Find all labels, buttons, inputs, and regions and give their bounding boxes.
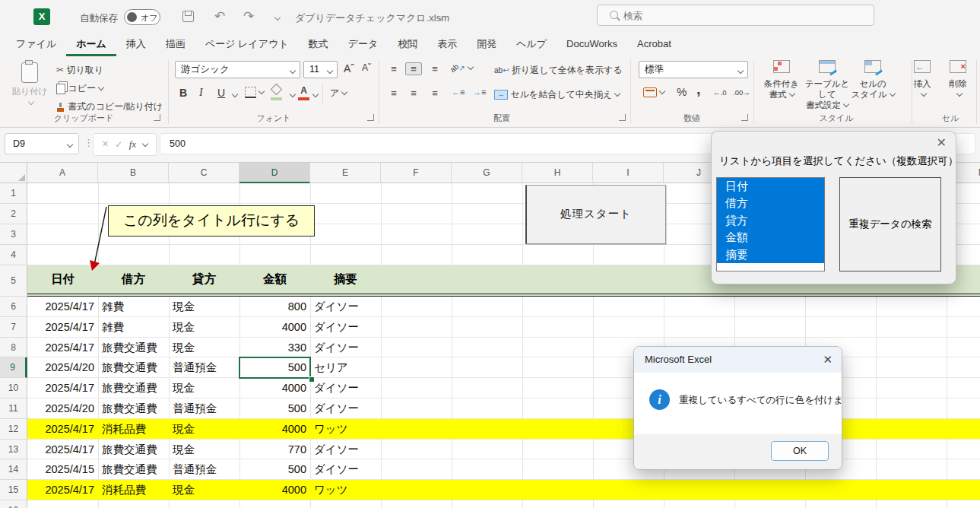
format-painter-button[interactable]: 書式のコピー/貼り付け bbox=[56, 100, 163, 113]
cell-styles-button[interactable]: セルの スタイル bbox=[850, 60, 896, 100]
underline-chevron-icon[interactable] bbox=[232, 91, 238, 97]
listbox-item-2[interactable]: 貸方 bbox=[717, 212, 824, 229]
tab-12[interactable]: Acrobat bbox=[627, 35, 681, 56]
field-listbox[interactable]: 日付借方貸方金額摘要 bbox=[716, 177, 825, 271]
number-dialog-launcher[interactable] bbox=[741, 114, 748, 121]
increase-decimal-button[interactable]: ←.0 bbox=[713, 88, 726, 97]
cell-E8[interactable]: ダイソー bbox=[310, 338, 381, 357]
cell-E11[interactable]: ダイソー bbox=[310, 398, 381, 418]
column-header-H[interactable]: H bbox=[522, 163, 593, 183]
align-left-button[interactable]: ≡ bbox=[386, 87, 401, 99]
macro-start-button[interactable]: 処理スタート bbox=[525, 185, 666, 244]
tab-8[interactable]: 表示 bbox=[427, 35, 467, 56]
paste-button[interactable]: 貼り付け bbox=[11, 61, 49, 108]
cell-D13[interactable]: 770 bbox=[239, 440, 310, 459]
row-header-4[interactable]: 4 bbox=[0, 245, 27, 265]
align-bottom-button[interactable]: ≡ bbox=[427, 63, 442, 75]
cell-B12[interactable]: 消耗品費 bbox=[98, 419, 169, 439]
tab-3[interactable]: 描画 bbox=[156, 35, 195, 56]
column-header-I[interactable]: I bbox=[593, 163, 664, 183]
row-header-2[interactable]: 2 bbox=[0, 204, 27, 224]
tab-7[interactable]: 校閲 bbox=[388, 35, 427, 56]
font-color-chevron-icon[interactable] bbox=[312, 91, 319, 97]
column-header-E[interactable]: E bbox=[310, 163, 381, 183]
underline-button[interactable]: U bbox=[217, 87, 225, 99]
phonetic-button[interactable]: ア bbox=[330, 87, 347, 100]
tab-9[interactable]: 開発 bbox=[467, 35, 506, 56]
cell-D6[interactable]: 800 bbox=[239, 297, 310, 316]
cell-A12[interactable]: 2025/4/17 bbox=[27, 419, 98, 439]
font-dialog-launcher[interactable] bbox=[367, 114, 374, 121]
fx-chevron-icon[interactable] bbox=[141, 141, 147, 147]
font-color-button[interactable]: A bbox=[298, 85, 309, 100]
decrease-decimal-button[interactable]: .00→ bbox=[733, 88, 750, 97]
header-cell-金額[interactable]: 金額 bbox=[239, 265, 310, 293]
listbox-item-4[interactable]: 摘要 bbox=[717, 246, 824, 263]
row-header-5[interactable]: 5 bbox=[0, 265, 27, 297]
cell-C14[interactable]: 普通預金 bbox=[169, 459, 239, 479]
cell-A8[interactable]: 2025/4/17 bbox=[27, 338, 98, 357]
column-header-A[interactable]: A bbox=[27, 163, 98, 183]
cell-D15[interactable]: 4000 bbox=[239, 480, 310, 500]
cell-C6[interactable]: 現金 bbox=[169, 297, 239, 316]
align-top-button[interactable]: ≡ bbox=[386, 63, 401, 75]
align-middle-button[interactable]: ≡ bbox=[405, 62, 422, 75]
borders-button[interactable] bbox=[245, 87, 264, 98]
fill-handle[interactable] bbox=[309, 376, 315, 383]
tab-4[interactable]: ページ レイアウト bbox=[195, 35, 299, 56]
fill-color-chevron-icon[interactable] bbox=[290, 91, 296, 97]
row-header-11[interactable]: 11 bbox=[0, 398, 27, 419]
cell-A14[interactable]: 2025/4/15 bbox=[27, 459, 98, 479]
cell-A10[interactable]: 2025/4/17 bbox=[27, 378, 98, 398]
cell-B8[interactable]: 旅費交通費 bbox=[98, 338, 169, 357]
shrink-font-button[interactable]: Aˇ bbox=[362, 62, 371, 73]
cell-C11[interactable]: 普通預金 bbox=[169, 398, 239, 418]
cell-C8[interactable]: 現金 bbox=[169, 338, 239, 357]
autosave-toggle[interactable]: オフ bbox=[124, 9, 160, 25]
row-header-13[interactable]: 13 bbox=[0, 440, 27, 460]
header-cell-貸方[interactable]: 貸方 bbox=[169, 265, 239, 293]
cell-E12[interactable]: ワッツ bbox=[310, 419, 381, 439]
column-header-C[interactable]: C bbox=[169, 163, 239, 183]
tab-2[interactable]: 挿入 bbox=[116, 35, 156, 56]
search-duplicates-button[interactable]: 重複データの検索 bbox=[839, 177, 941, 271]
font-name-combo[interactable]: 游ゴシック bbox=[175, 61, 300, 78]
cell-E13[interactable]: ダイソー bbox=[310, 440, 381, 459]
listbox-item-3[interactable]: 金額 bbox=[717, 229, 824, 246]
listbox-item-0[interactable]: 日付 bbox=[717, 178, 824, 195]
cell-D14[interactable]: 500 bbox=[239, 459, 310, 479]
cell-E14[interactable]: ダイソー bbox=[310, 459, 381, 479]
cell-D8[interactable]: 330 bbox=[239, 338, 310, 357]
row-header-12[interactable]: 12 bbox=[0, 419, 27, 440]
cell-C12[interactable]: 現金 bbox=[169, 419, 239, 439]
insert-function-icon[interactable]: fx bbox=[129, 138, 136, 150]
row-header-16[interactable]: 16 bbox=[0, 500, 27, 508]
cell-D11[interactable]: 500 bbox=[239, 398, 310, 418]
cell-B15[interactable]: 消耗品費 bbox=[98, 480, 169, 500]
percent-style-button[interactable]: % bbox=[677, 85, 687, 98]
tab-10[interactable]: ヘルプ bbox=[506, 35, 557, 56]
cell-B9[interactable]: 旅費交通費 bbox=[98, 357, 169, 377]
cell-D12[interactable]: 4000 bbox=[239, 419, 310, 439]
accounting-format-button[interactable] bbox=[643, 87, 664, 97]
tab-0[interactable]: ファイル bbox=[6, 35, 66, 56]
cell-E6[interactable]: ダイソー bbox=[310, 297, 381, 316]
cell-D7[interactable]: 4000 bbox=[239, 317, 310, 337]
tab-1[interactable]: ホーム bbox=[66, 35, 116, 56]
column-header-F[interactable]: F bbox=[381, 163, 452, 183]
cell-A6[interactable]: 2025/4/17 bbox=[27, 297, 98, 316]
orientation-button[interactable]: ab↗ bbox=[450, 62, 473, 73]
row-header-7[interactable]: 7 bbox=[0, 317, 27, 338]
cell-A15[interactable]: 2025/4/17 bbox=[27, 480, 98, 500]
comma-style-button[interactable]: , bbox=[696, 81, 701, 98]
delete-cells-button[interactable]: × 削除 bbox=[937, 60, 979, 100]
redo-icon[interactable]: ↷ bbox=[243, 10, 254, 23]
callout-shape[interactable]: この列をタイトル行にする bbox=[108, 205, 315, 237]
column-header-D[interactable]: D bbox=[239, 163, 310, 183]
window-title[interactable]: ダブりデータチェックマクロ.xlsm bbox=[295, 11, 449, 25]
header-cell-摘要[interactable]: 摘要 bbox=[310, 265, 381, 293]
grow-font-button[interactable]: Aˆ bbox=[344, 62, 354, 75]
cell-C13[interactable]: 現金 bbox=[169, 440, 239, 459]
align-right-button[interactable]: ≡ bbox=[427, 87, 442, 99]
italic-button[interactable]: I bbox=[199, 87, 203, 99]
